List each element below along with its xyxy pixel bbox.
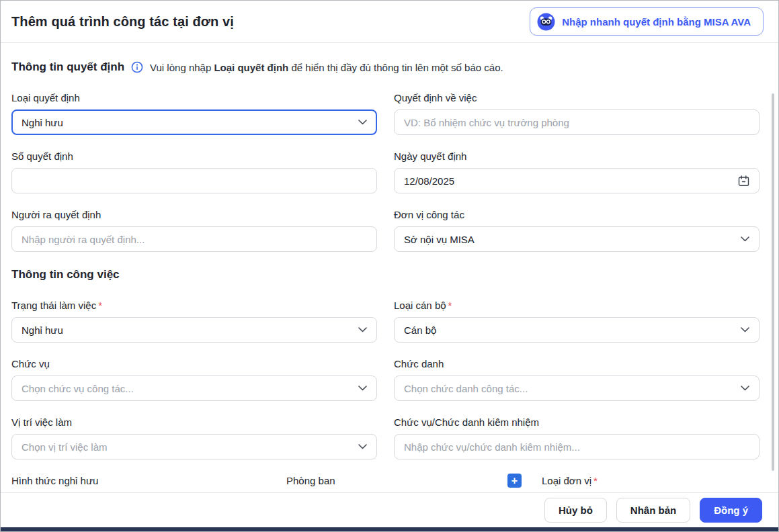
field-job-position: Vị trí việc làm Chọn vị trí việc làm: [11, 416, 377, 459]
field-department: Phòng ban +: [286, 474, 522, 492]
required-asterisk: *: [593, 475, 598, 486]
vertical-scrollbar[interactable]: [772, 93, 774, 471]
field-staff-type: Loại cán bộ* Cán bộ: [394, 299, 760, 343]
field-decision-type: Loại quyết định Nghỉ hưu: [11, 91, 377, 135]
decision-type-label: Loại quyết định: [11, 91, 377, 105]
decision-about-label: Quyết định về việc: [394, 91, 760, 105]
decision-number-input[interactable]: [22, 169, 367, 193]
decision-date-control: [394, 168, 760, 193]
staff-type-value: Cán bộ: [404, 324, 436, 336]
job-title-label: Chức danh: [394, 357, 760, 371]
decision-type-select[interactable]: Nghỉ hưu: [11, 109, 377, 135]
chevron-down-icon: [358, 327, 367, 332]
field-unit-type: Loại đơn vị*: [542, 474, 760, 492]
job-section-header: Thông tin công việc: [11, 268, 760, 281]
position-label: Chức vụ: [11, 357, 377, 371]
required-asterisk: *: [448, 300, 452, 311]
decision-section-title: Thông tin quyết định: [11, 60, 124, 74]
ok-button[interactable]: Đồng ý: [700, 498, 762, 523]
work-status-select[interactable]: Nghỉ hưu: [11, 317, 377, 343]
field-decision-date: Ngày quyết định: [394, 150, 760, 193]
field-decision-maker: Người ra quyết định: [11, 208, 377, 252]
chevron-down-icon: [741, 386, 749, 391]
modal-header: Thêm quá trình công tác tại đơn vị Nhập …: [1, 1, 778, 43]
decision-date-label: Ngày quyết định: [394, 150, 760, 163]
decision-type-value: Nghỉ hưu: [22, 117, 63, 128]
concurrent-position-control: [394, 434, 760, 459]
job-position-label: Vị trí việc làm: [11, 416, 377, 429]
calendar-icon[interactable]: [738, 175, 749, 187]
modal-footer: Hủy bỏ Nhân bản Đồng ý: [1, 492, 778, 527]
work-unit-label: Đơn vị công tác: [394, 208, 760, 222]
decision-maker-label: Người ra quyết định: [11, 208, 377, 222]
row-retirement-department-unittype: Hình thức nghỉ hưu Phòng ban + Loại đơn …: [11, 474, 760, 492]
ava-robot-icon: [537, 13, 555, 31]
work-status-label: Trạng thái làm việc*: [11, 299, 377, 312]
cancel-button[interactable]: Hủy bỏ: [544, 498, 607, 523]
work-unit-value: Sở nội vụ MISA: [404, 234, 475, 245]
work-unit-select[interactable]: Sở nội vụ MISA: [394, 226, 760, 252]
chevron-down-icon: [741, 327, 749, 332]
decision-number-label: Số quyết định: [11, 150, 377, 163]
ava-button-label: Nhập nhanh quyết định bằng MISA AVA: [562, 16, 751, 28]
field-work-unit: Đơn vị công tác Sở nội vụ MISA: [394, 208, 760, 252]
retirement-form-label: Hình thức nghỉ hưu: [11, 474, 266, 488]
decision-about-control: [394, 109, 760, 135]
decision-about-input[interactable]: [404, 110, 749, 134]
duplicate-button[interactable]: Nhân bản: [616, 498, 690, 523]
decision-maker-input[interactable]: [22, 227, 367, 251]
chevron-down-icon: [741, 236, 749, 242]
unit-type-label: Loại đơn vị*: [542, 474, 760, 488]
concurrent-position-input[interactable]: [404, 435, 749, 459]
job-position-placeholder: Chọn vị trí việc làm: [22, 441, 108, 453]
position-placeholder: Chọn chức vụ công tác...: [22, 383, 134, 394]
field-position: Chức vụ Chọn chức vụ công tác...: [11, 357, 377, 401]
background-bottom-bar: [1, 527, 778, 531]
field-job-title: Chức danh Chọn chức danh công tác...: [394, 357, 760, 401]
job-title-placeholder: Chọn chức danh công tác...: [404, 383, 528, 394]
job-section-title: Thông tin công việc: [11, 268, 120, 281]
job-title-select[interactable]: Chọn chức danh công tác...: [394, 375, 760, 401]
decision-date-input[interactable]: [404, 169, 733, 193]
field-decision-about: Quyết định về việc: [394, 91, 760, 135]
chevron-down-icon: [358, 444, 367, 449]
add-work-process-modal: Thêm quá trình công tác tại đơn vị Nhập …: [0, 0, 779, 532]
modal-title: Thêm quá trình công tác tại đơn vị: [11, 14, 234, 30]
position-select[interactable]: Chọn chức vụ công tác...: [11, 375, 377, 401]
info-icon: [131, 61, 143, 73]
decision-number-control: [11, 168, 377, 193]
field-work-status: Trạng thái làm việc* Nghỉ hưu: [11, 299, 377, 343]
decision-maker-control: [11, 226, 377, 252]
department-label: Phòng ban: [286, 474, 335, 488]
decision-section-note: Vui lòng nhập Loại quyết định để hiển th…: [150, 62, 503, 73]
field-decision-number: Số quyết định: [11, 150, 377, 193]
concurrent-position-label: Chức vụ/Chức danh kiêm nhiệm: [394, 416, 760, 429]
modal-body: Thông tin quyết định Vui lòng nhập Loại …: [1, 43, 778, 492]
add-department-button[interactable]: +: [507, 474, 522, 488]
required-asterisk: *: [98, 300, 102, 311]
decision-section-header: Thông tin quyết định Vui lòng nhập Loại …: [11, 60, 760, 74]
work-status-value: Nghỉ hưu: [22, 324, 63, 336]
staff-type-select[interactable]: Cán bộ: [394, 317, 760, 343]
misa-ava-quick-entry-button[interactable]: Nhập nhanh quyết định bằng MISA AVA: [530, 7, 764, 36]
chevron-down-icon: [358, 386, 367, 391]
job-position-select[interactable]: Chọn vị trí việc làm: [11, 434, 377, 459]
field-retirement-form: Hình thức nghỉ hưu: [11, 474, 266, 492]
staff-type-label: Loại cán bộ*: [394, 299, 760, 312]
field-concurrent-position: Chức vụ/Chức danh kiêm nhiệm: [394, 416, 760, 459]
chevron-down-icon: [358, 120, 367, 125]
